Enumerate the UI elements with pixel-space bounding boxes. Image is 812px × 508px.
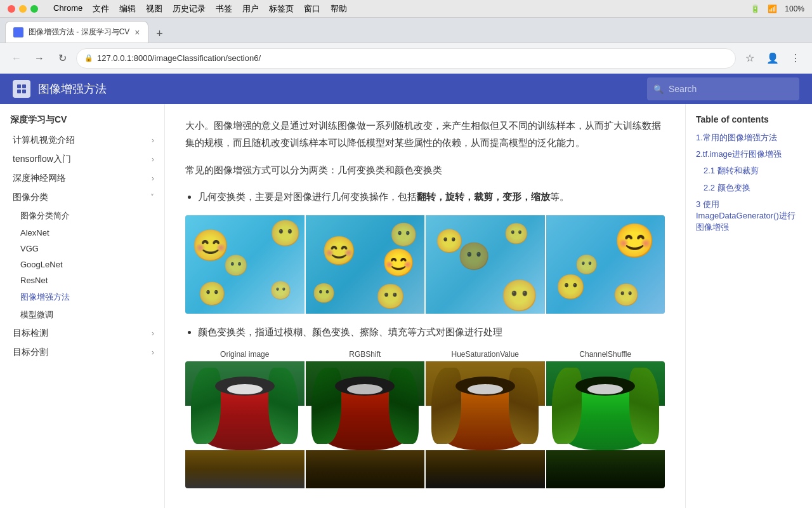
sidebar-item-augmentation[interactable]: 图像增强方法 [20, 288, 164, 306]
toc-item-2-2[interactable]: 2.2 颜色变换 [696, 182, 802, 194]
sidebar-item-googlenet[interactable]: GoogLeNet [20, 257, 164, 272]
sidebar-item-alexnet[interactable]: AlexNet [20, 225, 164, 241]
sidebar-item-detection[interactable]: 目标检测 › [0, 324, 164, 343]
sidebar-label-deeplearning: 深度学习与CV [10, 114, 67, 126]
url-bar[interactable]: 🔒 127.0.0.1:8000/imageClassification/sec… [76, 48, 736, 69]
menu-view[interactable]: 视图 [146, 3, 162, 15]
label-original: Original image [185, 350, 304, 359]
menu-tabs[interactable]: 标签页 [269, 3, 294, 15]
menu-users[interactable]: 用户 [242, 3, 259, 15]
search-placeholder: Search [669, 84, 697, 94]
app-nav-bar: 图像增强方法 🔍 Search [0, 74, 812, 104]
tab-favicon [13, 27, 23, 37]
forward-button[interactable]: → [30, 50, 48, 67]
chevron-right-icon-4: › [152, 329, 154, 338]
menu-bookmarks[interactable]: 书签 [216, 3, 232, 15]
macos-right-icons: 🔋 📶 100% [750, 4, 804, 13]
bullet-color: 颜色变换类，指通过模糊、颜色变换、擦除、填充等方式对图像进行处理 [198, 324, 665, 340]
menu-chrome[interactable]: Chrome [53, 3, 82, 15]
reload-button[interactable]: ↻ [53, 50, 71, 67]
new-tab-button[interactable]: + [151, 25, 169, 43]
label-rgbshift: RGBShift [306, 350, 425, 359]
parrot-rgbshift [306, 361, 425, 488]
toc-item-2-1[interactable]: 2.1 翻转和裁剪 [696, 165, 802, 177]
window-controls[interactable] [8, 5, 38, 13]
profile-icon[interactable]: 👤 [764, 50, 782, 67]
parrot-image-grid [185, 361, 665, 488]
active-tab[interactable]: 图像增强方法 - 深度学习与CV × [5, 21, 148, 43]
svg-rect-3 [22, 90, 26, 93]
sidebar-item-tensorflow[interactable]: tensorflow入门 › [0, 150, 164, 169]
wifi-icon: 📶 [768, 4, 777, 13]
address-bar-actions: ☆ 👤 ⋮ [741, 50, 804, 67]
sidebar-item-segmentation[interactable]: 目标分割 › [0, 343, 164, 362]
svg-rect-0 [17, 84, 21, 88]
bullet-list-2: 颜色变换类，指通过模糊、颜色变换、擦除、填充等方式对图像进行处理 [198, 324, 665, 340]
toc-title: Table of contents [696, 114, 802, 124]
parrot-channelshuffle [546, 361, 665, 488]
battery-icon: 🔋 [750, 4, 760, 13]
sidebar-item-vgg[interactable]: VGG [20, 241, 164, 257]
macos-menu: Chrome 文件 编辑 视图 历史记录 书签 用户 标签页 窗口 帮助 [53, 3, 347, 15]
toc-item-2[interactable]: 2.tf.image进行图像增强 [696, 149, 802, 160]
parrot-hsv [426, 361, 545, 488]
main-layout: 深度学习与CV 计算机视觉介绍 › tensorflow入门 › 深度神经网络 … [0, 104, 812, 508]
toc-item-1[interactable]: 1.常用的图像增强方法 [696, 132, 802, 144]
chevron-right-icon-2: › [152, 155, 154, 164]
sidebar-item-cv-intro[interactable]: 计算机视觉介绍 › [0, 131, 164, 150]
menu-edit[interactable]: 编辑 [119, 3, 136, 15]
sidebar-item-image-classify[interactable]: 图像分类 ˅ [0, 188, 164, 207]
menu-file[interactable]: 文件 [93, 3, 109, 15]
chevron-down-icon: ˅ [150, 193, 154, 202]
menu-window[interactable]: 窗口 [304, 3, 320, 15]
tab-close-button[interactable]: × [134, 27, 140, 37]
bullet-geometric: 几何变换类，主要是对图像进行几何变换操作，包括翻转，旋转，裁剪，变形，缩放等。 [198, 189, 665, 205]
bullet-list: 几何变换类，主要是对图像进行几何变换操作，包括翻转，旋转，裁剪，变形，缩放等。 [198, 189, 665, 205]
menu-icon[interactable]: ⋮ [787, 50, 804, 67]
sidebar-sub-image-classify: 图像分类简介 AlexNet VGG GoogLeNet ResNet 图像增强… [0, 207, 164, 324]
smiley-img-3: 😶 😶 😶 😶 [426, 215, 545, 314]
url-text: 127.0.0.1:8000/imageClassification/secti… [97, 53, 728, 63]
app-title: 图像增强方法 [38, 81, 639, 97]
svg-rect-2 [17, 90, 21, 93]
back-button[interactable]: ← [8, 50, 25, 67]
toc-item-3[interactable]: 3 使用ImageDataGenerator()进行图像增强 [696, 199, 802, 234]
label-shuffle: ChannelShuffle [546, 350, 665, 359]
star-icon[interactable]: ☆ [741, 50, 759, 67]
sidebar-item-classify-intro[interactable]: 图像分类简介 [20, 207, 164, 225]
smiley-img-2: 😊 😶 😶 😶 😊 [306, 215, 425, 314]
chevron-right-icon: › [152, 136, 154, 145]
svg-rect-1 [22, 84, 26, 88]
search-icon: 🔍 [653, 84, 664, 94]
app-logo [13, 80, 30, 98]
zoom-level: 100% [785, 4, 804, 13]
close-button[interactable] [8, 5, 15, 13]
chevron-right-icon-5: › [152, 348, 154, 357]
address-bar: ← → ↻ 🔒 127.0.0.1:8000/imageClassificati… [0, 43, 812, 74]
parrot-section: Original image RGBShift HueSaturationVal… [185, 350, 665, 488]
chevron-right-icon-3: › [152, 174, 154, 183]
sidebar-item-deeplearning[interactable]: 深度学习与CV [0, 109, 164, 131]
search-box[interactable]: 🔍 Search [647, 77, 799, 100]
table-of-contents: Table of contents 1.常用的图像增强方法 2.tf.image… [685, 104, 812, 508]
menu-history[interactable]: 历史记录 [173, 3, 206, 15]
sidebar-item-finetune[interactable]: 模型微调 [20, 306, 164, 324]
parrot-labels: Original image RGBShift HueSaturationVal… [185, 350, 665, 359]
tab-title: 图像增强方法 - 深度学习与CV [29, 27, 129, 37]
smiley-image-grid: 😊 😶 😶 😶 😶 😊 😶 😶 😶 😊 [185, 215, 665, 314]
chrome-tab-bar: 图像增强方法 - 深度学习与CV × + [0, 18, 812, 43]
left-sidebar: 深度学习与CV 计算机视觉介绍 › tensorflow入门 › 深度神经网络 … [0, 104, 165, 508]
smiley-img-4: 😊 😶 😶 😶 [546, 215, 665, 314]
smiley-img-1: 😊 😶 😶 😶 😶 [185, 215, 304, 314]
sidebar-item-deep-nn[interactable]: 深度神经网络 › [0, 169, 164, 188]
label-hsv: HueSaturationValue [426, 350, 545, 359]
sidebar-item-resnet[interactable]: ResNet [20, 272, 164, 288]
minimize-button[interactable] [19, 5, 27, 13]
intro-paragraph: 大小。图像增强的意义是通过对训练图像做一系列随机改变，来产生相似但又不同的训练样… [185, 117, 665, 151]
parrot-original [185, 361, 304, 488]
main-content: 大小。图像增强的意义是通过对训练图像做一系列随机改变，来产生相似但又不同的训练样… [165, 104, 685, 508]
types-intro: 常见的图像增强方式可以分为两类：几何变换类和颜色变换类 [185, 161, 665, 178]
maximize-button[interactable] [30, 5, 38, 13]
macos-system-bar: Chrome 文件 编辑 视图 历史记录 书签 用户 标签页 窗口 帮助 🔋 📶… [0, 0, 812, 18]
menu-help[interactable]: 帮助 [331, 3, 347, 15]
